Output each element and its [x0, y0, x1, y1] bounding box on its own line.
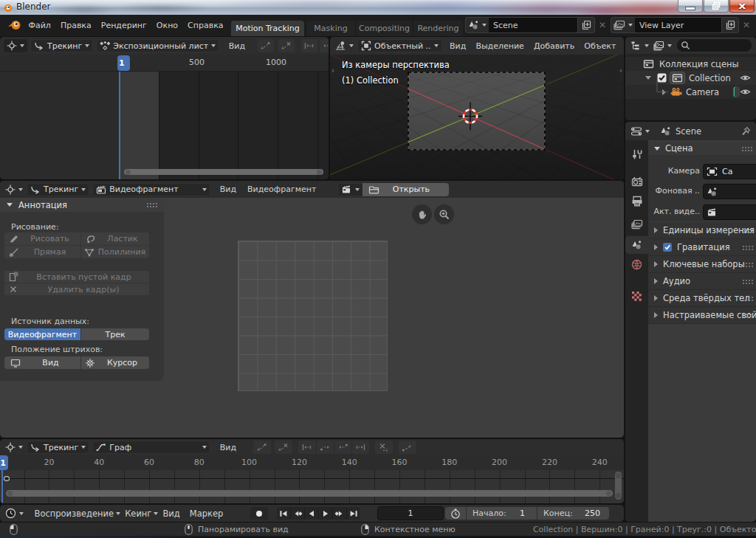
viewport-sidebar-expand-icon[interactable]: ‹ [619, 66, 622, 75]
panel-drag-dots[interactable] [741, 146, 753, 152]
panel-drag-dots[interactable] [742, 245, 754, 251]
outliner-filter-button[interactable] [652, 39, 673, 52]
camera-field[interactable]: Ca ✕ [703, 164, 756, 179]
clear-keyframes-icon[interactable] [275, 441, 292, 454]
scrollbar-handle-left[interactable] [126, 170, 131, 175]
copy-keyframes-icon[interactable] [253, 441, 271, 454]
scrollbar-handle-bottom[interactable] [616, 493, 621, 498]
graph-hscrollbar[interactable] [6, 490, 613, 497]
viewport-menu-view[interactable]: Вид [445, 41, 471, 51]
clear-keyframes-icon[interactable] [278, 39, 295, 52]
view-layer-remove-icon[interactable]: ✕ [743, 18, 750, 32]
marker-menu[interactable]: Маркер [185, 508, 228, 519]
graph-view-dropdown[interactable]: Граф [92, 441, 210, 454]
dopesheet-mode-dropdown[interactable]: Трекинг [30, 39, 93, 52]
play-reverse-button[interactable] [304, 507, 318, 520]
outliner-display-mode-button[interactable] [629, 39, 650, 52]
play-button[interactable] [318, 507, 332, 520]
frame-start-field[interactable]: Начало: 1 [467, 507, 537, 520]
graph-view-menu[interactable]: Вид [215, 443, 241, 452]
background-scene-field[interactable] [703, 184, 756, 199]
properties-tab-render[interactable] [625, 173, 648, 190]
properties-panel-0[interactable]: Единицы измерения [648, 222, 756, 239]
close-button[interactable]: x [729, 0, 755, 13]
workspace-tab-rendering[interactable]: Rendering [413, 21, 463, 36]
scene-new-button[interactable] [578, 17, 595, 33]
topbar-menu-0[interactable]: Файл [24, 21, 55, 30]
panel-drag-dots[interactable] [742, 262, 754, 268]
interpolate-icon[interactable] [399, 441, 416, 454]
annotate-polyline-button[interactable]: Полилиния [81, 246, 149, 258]
topbar-menu-3[interactable]: Окно [151, 21, 182, 30]
properties-tab-tool[interactable] [625, 145, 648, 163]
viewport-scene[interactable] [330, 55, 624, 179]
pan-gizmo[interactable] [412, 204, 432, 224]
prev-keyframe-icon[interactable] [316, 441, 334, 454]
next-keyframe-button[interactable] [332, 507, 346, 520]
jump-to-start-button[interactable] [277, 507, 290, 520]
panel-drag-dots[interactable] [742, 228, 754, 234]
scrollbar-handle-top[interactable] [616, 473, 621, 478]
dopesheet-editor-type-button[interactable] [4, 39, 27, 52]
view-layer-name-field[interactable]: View Layer [635, 17, 722, 33]
frame-end-field[interactable]: Конец: 250 [537, 507, 609, 520]
jump-first-frame-icon[interactable] [298, 441, 316, 454]
scene-panel-header[interactable]: Сцена [648, 142, 756, 155]
graph-mode-dropdown[interactable]: Трекинг [27, 441, 89, 454]
pin-icon[interactable] [741, 126, 751, 136]
view-layer-browse-button[interactable] [611, 17, 635, 33]
graph-ruler[interactable]: 1 20406080100120140160180200220240 [0, 455, 624, 470]
dopesheet-channel-region[interactable] [0, 55, 119, 179]
topbar-menu-2[interactable]: Рендеринг [96, 21, 151, 30]
current-frame-badge[interactable]: 1 [117, 55, 130, 71]
playback-menu[interactable]: Воспроизведение [30, 508, 119, 519]
properties-tab-texture[interactable] [625, 287, 648, 305]
prev-keyframe-icon[interactable] [320, 39, 329, 52]
properties-tab-view-layer[interactable] [625, 215, 648, 233]
jump-to-end-button[interactable] [346, 507, 360, 520]
workspace-tab-masking[interactable]: Masking [306, 21, 355, 36]
scene-unlink-icon[interactable]: ✕ [599, 18, 606, 32]
restore-button[interactable] [704, 0, 729, 13]
properties-panel-5[interactable]: Настраиваемые свойс [648, 307, 756, 324]
minimize-button[interactable] [678, 0, 703, 13]
gravity-checkbox[interactable] [663, 243, 672, 252]
record-button[interactable] [250, 507, 268, 520]
active-clip-field[interactable] [703, 204, 756, 220]
scrollbar-handle-right[interactable] [606, 491, 611, 496]
viewport-menu-select[interactable]: Выделение [471, 41, 529, 51]
workspace-tab-motion-tracking[interactable]: Motion Tracking [231, 21, 304, 36]
topbar-menu-1[interactable]: Правка [55, 21, 96, 30]
viewport-menu-add[interactable]: Добавить [529, 41, 579, 51]
viewport-editor-type-button[interactable] [334, 39, 355, 52]
clip-browse-button[interactable] [337, 183, 362, 196]
properties-tab-scene[interactable] [625, 236, 648, 254]
viewport-menu-object[interactable]: Объект [580, 41, 621, 51]
outliner-row-scene-collection[interactable]: Коллекция сцены [625, 57, 756, 71]
current-frame-badge[interactable]: 1 [0, 455, 8, 470]
source-clip-toggle[interactable]: Видеофрагмент [4, 328, 80, 340]
scene-name-field[interactable]: Scene [489, 17, 578, 33]
topbar-menu-4[interactable]: Справка [183, 21, 228, 30]
clip-menu-view[interactable]: Вид [215, 184, 241, 194]
zoom-gizmo[interactable] [434, 204, 454, 224]
properties-tab-output[interactable] [625, 192, 648, 210]
view-layer-new-button[interactable] [722, 17, 739, 33]
prev-keyframe-button[interactable] [290, 507, 304, 520]
annotate-draw-button[interactable]: Рисовать [4, 232, 80, 245]
insert-blank-frame-button[interactable]: Вставить пустой кадр [4, 271, 149, 283]
outliner-row-camera[interactable]: Camera [625, 85, 756, 99]
expand-triangle-icon[interactable] [645, 76, 651, 80]
annotate-eraser-button[interactable]: Ластик [81, 232, 149, 245]
current-frame-field[interactable]: 1 [377, 506, 444, 520]
scene-browse-button[interactable] [465, 17, 489, 33]
placement-view-toggle[interactable]: Вид [4, 356, 80, 369]
properties-editor-type-button[interactable] [629, 125, 651, 138]
keying-menu[interactable]: Кеинг [120, 508, 157, 519]
dopesheet-view-dropdown[interactable]: Экспозиционный лист [96, 39, 219, 52]
copy-keyframes-icon[interactable] [258, 39, 274, 52]
properties-tab-world[interactable] [625, 255, 648, 273]
use-preview-range-button[interactable] [445, 507, 466, 520]
hide-eye-icon[interactable] [740, 74, 751, 82]
clear-after-icon[interactable] [375, 441, 393, 454]
